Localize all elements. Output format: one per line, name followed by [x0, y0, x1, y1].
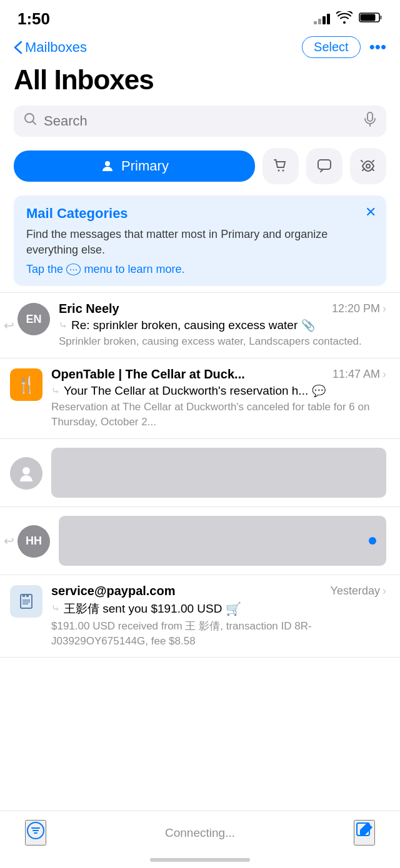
email-content-paypal: service@paypal.com Yesterday › ⤷ 王影倩 sen… — [51, 584, 386, 649]
banner-title: Mail Categories — [26, 205, 374, 222]
email-time: Yesterday › — [331, 584, 386, 598]
email-subject: ⤷ Your The Cellar at Duckworth's reserva… — [51, 384, 386, 398]
svg-rect-9 — [318, 160, 331, 169]
microphone-icon[interactable] — [364, 112, 376, 131]
chevron-icon: › — [382, 368, 386, 381]
search-icon — [24, 112, 38, 130]
email-preview: Reservation at The Cellar at Duckworth's… — [51, 400, 386, 430]
email-sender: OpenTable | The Cellar at Duck... — [51, 367, 245, 382]
select-button[interactable]: Select — [302, 36, 361, 58]
email-time: 11:47 AM › — [332, 368, 386, 381]
placeholder-content-1 — [51, 448, 386, 498]
svg-rect-15 — [26, 594, 29, 597]
email-sender: Eric Neely — [59, 302, 119, 316]
shopping-tab[interactable] — [262, 148, 299, 184]
attachment-icon: 📎 — [301, 318, 315, 332]
chevron-icon: › — [382, 302, 386, 315]
email-content-opentable: OpenTable | The Cellar at Duck... 11:47 … — [51, 367, 386, 430]
category-tabs: Primary — [0, 148, 400, 195]
banner-body: Find the messages that matter most in Pr… — [26, 227, 374, 258]
filter-button[interactable] — [25, 820, 46, 846]
promo-tab[interactable] — [350, 148, 386, 184]
email-subject: ⤷ Re: sprinkler broken, causing excess w… — [59, 318, 386, 332]
svg-point-7 — [278, 170, 280, 172]
email-item-placeholder-2[interactable]: ↩ HH — [0, 506, 400, 575]
email-preview: Sprinkler broken, causing excess water, … — [59, 334, 386, 349]
back-label: Mailboxes — [25, 39, 87, 56]
avatar-paypal — [10, 585, 42, 618]
battery-icon — [359, 11, 382, 26]
reply-indicator: ↩ — [4, 533, 14, 548]
email-preview: $191.00 USD received from 王 影倩, transact… — [51, 619, 386, 649]
page-title: All Inboxes — [0, 64, 400, 106]
compose-button[interactable] — [354, 820, 375, 846]
nav-actions: Select ••• — [302, 36, 386, 58]
email-item-placeholder-1[interactable] — [0, 438, 400, 506]
email-content-eric-neely: Eric Neely 12:20 PM › ⤷ Re: sprinkler br… — [59, 302, 386, 349]
email-time: 12:20 PM › — [332, 302, 386, 315]
primary-tab-label: Primary — [121, 158, 169, 174]
svg-point-10 — [366, 164, 370, 168]
chevron-icon: › — [382, 584, 386, 598]
wifi-icon — [336, 11, 352, 26]
more-button[interactable]: ••• — [369, 37, 386, 57]
svg-point-6 — [105, 161, 110, 166]
svg-point-11 — [22, 467, 30, 475]
svg-rect-4 — [368, 112, 372, 121]
email-item-opentable[interactable]: 🍴 OpenTable | The Cellar at Duck... 11:4… — [0, 358, 400, 438]
email-item-eric-neely[interactable]: ↩ EN Eric Neely 12:20 PM › ⤷ Re: sprinkl… — [0, 292, 400, 358]
cart-icon: 🛒 — [226, 601, 241, 616]
email-item-paypal[interactable]: service@paypal.com Yesterday › ⤷ 王影倩 sen… — [0, 575, 400, 658]
status-icons — [314, 11, 382, 26]
nav-bar: Mailboxes Select ••• — [0, 34, 400, 64]
email-list: ↩ EN Eric Neely 12:20 PM › ⤷ Re: sprinkl… — [0, 292, 400, 658]
search-bar[interactable] — [14, 106, 386, 137]
avatar-eric-neely: EN — [18, 303, 50, 335]
connection-status: Connecting... — [165, 826, 235, 840]
avatar-placeholder-1 — [10, 457, 42, 490]
mailboxes-back-button[interactable]: Mailboxes — [14, 39, 87, 56]
svg-rect-2 — [361, 14, 376, 21]
mail-categories-banner: Mail Categories Find the messages that m… — [14, 195, 386, 286]
banner-close-button[interactable]: ✕ — [365, 204, 376, 220]
chat-bubble-icon: 💬 — [312, 384, 326, 398]
email-sender: service@paypal.com — [51, 584, 176, 598]
email-subject: ⤷ 王影倩 sent you $191.00 USD 🛒 — [51, 601, 386, 617]
avatar-hh: HH — [18, 525, 50, 558]
home-indicator — [150, 858, 250, 862]
primary-tab[interactable]: Primary — [14, 150, 255, 182]
banner-link[interactable]: Tap the ··· menu to learn more. — [26, 263, 374, 276]
svg-point-8 — [282, 170, 284, 172]
chat-tab[interactable] — [306, 148, 342, 184]
reply-indicator: ↩ — [4, 318, 14, 333]
placeholder-content-2 — [59, 516, 386, 566]
unread-dot — [369, 537, 376, 545]
avatar-opentable: 🍴 — [10, 368, 42, 401]
status-time: 1:50 — [18, 9, 50, 29]
status-bar: 1:50 — [0, 0, 400, 34]
svg-rect-14 — [22, 594, 25, 597]
svg-rect-1 — [379, 16, 382, 19]
signal-icon — [314, 13, 330, 24]
search-input[interactable] — [44, 113, 358, 129]
